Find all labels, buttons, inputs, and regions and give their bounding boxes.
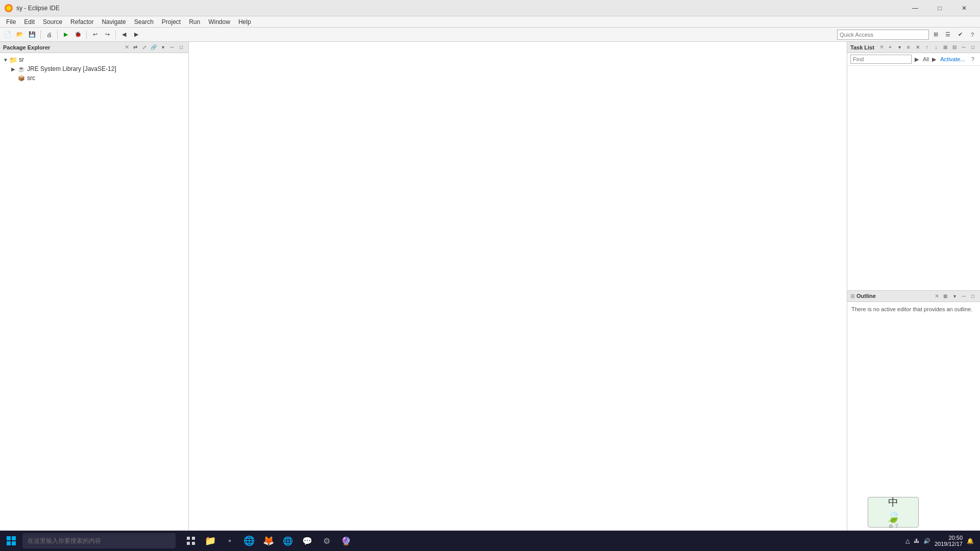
link-editor-button[interactable]: 🔗: [150, 43, 158, 52]
task-icon-btn-8[interactable]: ⊟: [950, 43, 959, 52]
close-button[interactable]: ✕: [952, 0, 976, 16]
notification-icon[interactable]: △: [905, 538, 910, 544]
jre-tree-item[interactable]: ▶ ☕ JRE System Library [JavaSE-12]: [10, 64, 186, 73]
sync-button[interactable]: ⇄: [131, 43, 139, 52]
new-button[interactable]: 📄: [2, 29, 13, 40]
task-icon-btn-2[interactable]: ▾: [895, 43, 903, 52]
triangle-icon: ▶: [915, 56, 919, 63]
svg-rect-5: [12, 541, 16, 545]
taskbar-file-explorer[interactable]: 📁: [201, 532, 219, 550]
taskbar-terminal[interactable]: ▪: [220, 532, 239, 550]
outline-icon-btn-2[interactable]: ▾: [950, 292, 959, 300]
minimize-panel-button[interactable]: ─: [168, 43, 176, 52]
outline-icon: ⊞: [850, 293, 855, 299]
notification-center-icon[interactable]: 🔔: [967, 538, 974, 544]
ime-question-icon[interactable]: ?: [895, 523, 898, 529]
ime-widget[interactable]: 中 🍃 ⚙ ?: [868, 497, 919, 528]
menu-source[interactable]: Source: [39, 17, 66, 27]
menu-run[interactable]: Run: [185, 17, 204, 27]
svg-rect-9: [192, 542, 195, 545]
ime-settings-icon[interactable]: ⚙: [889, 523, 893, 529]
src-label: src: [27, 74, 35, 82]
task-find-input[interactable]: [850, 55, 912, 64]
svg-rect-3: [12, 536, 16, 540]
minimize-button[interactable]: —: [903, 0, 927, 16]
taskbar: 📁 ▪ 🌐 🦊 🌐 💬 ⚙ 🔮 △ 🖧 🔊 20:50 2019/12/17: [0, 531, 980, 551]
network-icon[interactable]: 🖧: [914, 538, 919, 544]
task-minimize-button[interactable]: ─: [960, 43, 968, 52]
task-new-button[interactable]: +: [886, 43, 894, 52]
menu-edit[interactable]: Edit: [20, 17, 39, 27]
taskbar-chrome[interactable]: 🌐: [240, 532, 258, 550]
debug-button[interactable]: 🐞: [72, 29, 84, 40]
perspectives-button[interactable]: ⊞: [930, 29, 941, 40]
task-icon-btn-3[interactable]: ≡: [904, 43, 913, 52]
run-button[interactable]: ▶: [60, 29, 71, 40]
taskbar-browser2[interactable]: 🌐: [279, 532, 297, 550]
app-icon: [4, 4, 13, 13]
help-button[interactable]: ?: [967, 29, 978, 40]
navigate-back-button[interactable]: ◀: [118, 29, 130, 40]
svg-rect-4: [7, 541, 11, 545]
task-button[interactable]: ✔: [954, 29, 966, 40]
open-button[interactable]: 📂: [14, 29, 26, 40]
quick-access-input[interactable]: [840, 32, 926, 38]
taskbar-firefox[interactable]: 🦊: [259, 532, 278, 550]
task-help-button[interactable]: ?: [969, 55, 977, 63]
task-all-label: All: [923, 56, 929, 62]
menu-search[interactable]: Search: [130, 17, 158, 27]
save-button[interactable]: 💾: [27, 29, 38, 40]
svg-rect-2: [7, 536, 11, 540]
print-button[interactable]: 🖨: [43, 29, 55, 40]
panel-header-icons: ⇄ ⤢ 🔗 ▾ ─ □: [131, 43, 185, 52]
menu-navigate[interactable]: Navigate: [97, 17, 130, 27]
editor-area[interactable]: [189, 42, 847, 539]
start-button[interactable]: [2, 532, 20, 550]
menu-window[interactable]: Window: [204, 17, 234, 27]
view-menu-button[interactable]: ▾: [159, 43, 167, 52]
task-icon-btn-7[interactable]: ⊞: [941, 43, 949, 52]
menu-help[interactable]: Help: [234, 17, 255, 27]
task-icon-btn-6[interactable]: ↓: [932, 43, 940, 52]
collapse-all-button[interactable]: ⤢: [140, 43, 149, 52]
taskbar-eclipse[interactable]: 🔮: [337, 532, 355, 550]
quick-access-container: [837, 30, 929, 40]
menu-file[interactable]: File: [2, 17, 20, 27]
outline-icon-btn-1[interactable]: ⊠: [941, 292, 949, 300]
svg-rect-6: [187, 537, 190, 540]
project-tree-item[interactable]: ▼ 📁 sr: [2, 55, 186, 64]
maximize-panel-button[interactable]: □: [177, 43, 185, 52]
taskbar-settings[interactable]: ⚙: [317, 532, 336, 550]
maximize-button[interactable]: □: [928, 0, 951, 16]
package-explorer-panel: Package Explorer ✕ ⇄ ⤢ 🔗 ▾ ─ □ ▼ 📁 sr ▶ …: [0, 42, 189, 539]
outline-maximize-button[interactable]: □: [969, 292, 977, 300]
taskbar-task-view[interactable]: [182, 532, 200, 550]
browser2-icon: 🌐: [283, 536, 293, 546]
outline-minimize-button[interactable]: ─: [960, 292, 968, 300]
main-layout: Package Explorer ✕ ⇄ ⤢ 🔗 ▾ ─ □ ▼ 📁 sr ▶ …: [0, 42, 980, 539]
taskbar-app-icons: 📁 ▪ 🌐 🦊 🌐 💬 ⚙ 🔮: [182, 532, 355, 550]
activate-link[interactable]: Activate...: [940, 56, 965, 62]
title-bar: sy - Eclipse IDE — □ ✕: [0, 0, 980, 16]
jre-label: JRE System Library [JavaSE-12]: [27, 65, 116, 72]
task-list-panel: Task List ✕ + ▾ ≡ ✕ ↑ ↓ ⊞ ⊟ ─ □ ▶ A: [847, 42, 980, 291]
task-icon-btn-4[interactable]: ✕: [914, 43, 922, 52]
package-explorer-title: Package Explorer: [3, 44, 125, 51]
svg-rect-7: [192, 537, 195, 540]
menu-refactor[interactable]: Refactor: [66, 17, 97, 27]
open-perspective-button[interactable]: ☰: [942, 29, 953, 40]
taskbar-wechat[interactable]: 💬: [298, 532, 316, 550]
task-maximize-button[interactable]: □: [969, 43, 977, 52]
terminal-icon: ▪: [228, 536, 231, 545]
volume-icon[interactable]: 🔊: [923, 538, 930, 544]
taskbar-right: △ 🖧 🔊 20:50 2019/12/17 🔔: [905, 535, 978, 547]
package-explorer-content: ▼ 📁 sr ▶ ☕ JRE System Library [JavaSE-12…: [0, 53, 188, 539]
menu-project[interactable]: Project: [158, 17, 185, 27]
undo-button[interactable]: ↩: [89, 29, 101, 40]
src-tree-item[interactable]: ▶ 📦 src: [10, 73, 186, 83]
navigate-forward-button[interactable]: ▶: [131, 29, 142, 40]
taskbar-search-input[interactable]: [22, 533, 176, 548]
redo-button[interactable]: ↪: [102, 29, 113, 40]
task-icon-btn-5[interactable]: ↑: [923, 43, 931, 52]
wechat-icon: 💬: [302, 536, 312, 546]
